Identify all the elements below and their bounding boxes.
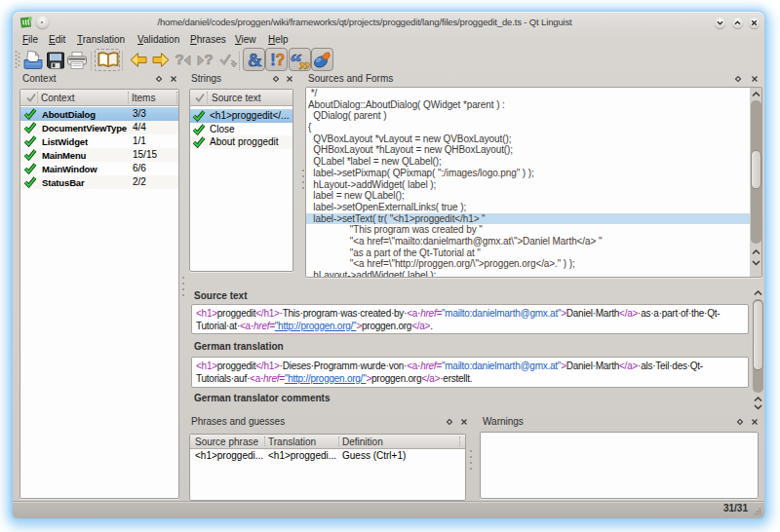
svg-text:„: „	[299, 49, 311, 70]
svg-text:&: &	[248, 51, 262, 70]
svg-text:?: ?	[204, 51, 213, 67]
svg-text:?: ?	[175, 51, 183, 67]
svg-text:?: ?	[276, 52, 286, 68]
